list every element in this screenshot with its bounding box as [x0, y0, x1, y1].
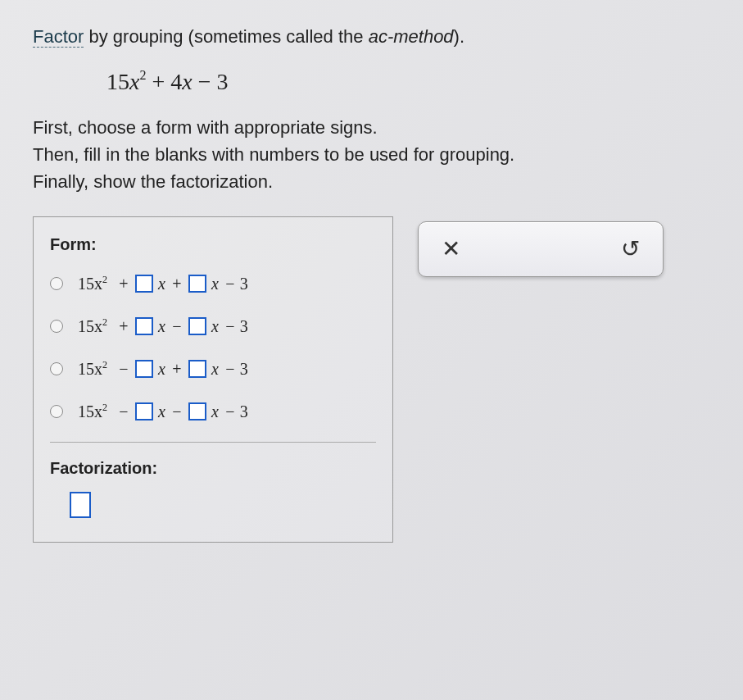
opt4-blank1[interactable] [135, 402, 153, 420]
opt4-sign1: − [114, 399, 134, 424]
opt1-tailsign: − [220, 271, 240, 296]
prompt-text-end: ). [454, 26, 464, 47]
factorization-label: Factorization: [50, 456, 376, 480]
factorization-input[interactable] [70, 492, 91, 518]
instruction-line-1: First, choose a form with appropriate si… [33, 114, 710, 141]
opt1-tailconst: 3 [240, 271, 248, 296]
opt1-blank1[interactable] [135, 275, 153, 293]
reset-icon[interactable]: ↺ [621, 232, 640, 266]
opt2-tailsign: − [220, 314, 240, 339]
opt4-x2: x [211, 399, 219, 424]
instructions: First, choose a form with appropriate si… [33, 114, 710, 195]
opt4-blank2[interactable] [188, 402, 206, 420]
opt3-sign2: + [167, 357, 187, 381]
form-option-3[interactable]: 15x2 − x + x − 3 [50, 357, 376, 381]
instruction-line-2: Then, fill in the blanks with numbers to… [33, 141, 710, 168]
form-option-1[interactable]: 15x2 + x + x − 3 [50, 271, 376, 296]
radio-option-1[interactable] [50, 277, 63, 290]
expr-sign2: − [198, 69, 211, 94]
opt3-blank2[interactable] [188, 360, 206, 378]
opt2-x2: x [211, 314, 219, 339]
opt2-blank2[interactable] [188, 317, 206, 335]
opt3-exp: 2 [102, 359, 107, 370]
radio-option-2[interactable] [50, 320, 63, 333]
opt4-tailconst: 3 [240, 399, 248, 424]
control-panel: ✕ ↺ [418, 221, 664, 277]
opt2-tailconst: 3 [240, 314, 248, 339]
prompt-text-1: by grouping (sometimes called the [84, 26, 368, 47]
question-prompt: Factor by grouping (sometimes called the… [33, 23, 710, 50]
opt3-sign1: − [114, 357, 134, 381]
form-divider [50, 442, 376, 443]
opt2-exp: 2 [102, 316, 107, 328]
opt4-exp: 2 [102, 402, 107, 413]
expr-exp1: 2 [139, 68, 146, 82]
opt2-sign2: − [167, 314, 187, 339]
expr-coef2: 4 [170, 69, 182, 94]
expression: 15x2 + 4x − 3 [106, 65, 710, 99]
opt1-x1: x [158, 271, 165, 296]
close-icon[interactable]: ✕ [442, 232, 460, 266]
opt3-tailconst: 3 [240, 357, 248, 381]
opt2-x1: x [158, 314, 165, 339]
expr-var1: x [129, 69, 139, 94]
opt3-x2: x [211, 357, 219, 381]
opt1-sign2: + [167, 271, 187, 296]
opt1-exp: 2 [102, 274, 107, 285]
ac-method-term: ac-method [369, 26, 454, 47]
opt4-tailsign: − [220, 399, 240, 424]
opt3-x1: x [158, 357, 165, 381]
opt4-sign2: − [167, 399, 187, 424]
opt1-x2: x [211, 271, 219, 296]
form-option-2[interactable]: 15x2 + x − x − 3 [50, 314, 376, 339]
radio-option-3[interactable] [50, 362, 63, 375]
opt3-blank1[interactable] [135, 360, 153, 378]
opt2-sign1: + [114, 314, 134, 339]
expr-const: 3 [216, 69, 228, 94]
opt4-lead: 15x [78, 402, 102, 420]
opt1-lead: 15x [78, 275, 102, 293]
factor-link[interactable]: Factor [33, 26, 84, 48]
opt2-blank1[interactable] [135, 317, 153, 335]
opt1-blank2[interactable] [188, 275, 206, 293]
opt4-x1: x [158, 399, 165, 424]
opt3-lead: 15x [78, 360, 102, 378]
opt2-lead: 15x [78, 317, 102, 335]
form-option-4[interactable]: 15x2 − x − x − 3 [50, 399, 376, 424]
opt1-sign1: + [114, 271, 134, 296]
form-title: Form: [50, 232, 376, 257]
radio-option-4[interactable] [50, 405, 63, 418]
opt3-tailsign: − [220, 357, 240, 381]
expr-sign1: + [152, 69, 165, 94]
expr-coef1: 15 [106, 69, 129, 94]
instruction-line-3: Finally, show the factorization. [33, 168, 710, 195]
expr-var2: x [182, 69, 192, 94]
form-panel: Form: 15x2 + x + x − 3 15x2 + x − x − 3 [33, 216, 393, 543]
